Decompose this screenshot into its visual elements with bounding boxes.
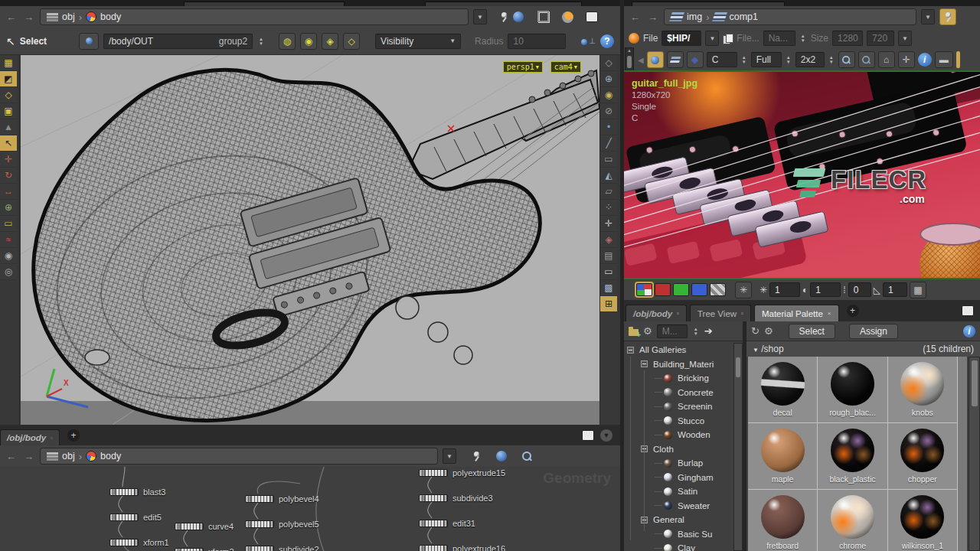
channel-blue-button[interactable] <box>691 283 707 296</box>
forward-icon[interactable]: → <box>22 11 35 23</box>
back-icon[interactable]: ← <box>5 451 18 462</box>
node-edit31[interactable]: edit31 <box>419 519 475 528</box>
scale-tool-icon[interactable]: ↔ <box>0 184 17 200</box>
pixel-grid-field[interactable]: 2x2 <box>795 52 825 67</box>
node-polybevel4[interactable]: polybevel4 <box>245 494 319 504</box>
grid-stepper-icon[interactable] <box>828 53 835 67</box>
close-icon[interactable]: × <box>828 310 831 317</box>
forward-icon[interactable]: → <box>646 11 659 23</box>
tab-obj-body[interactable]: /obj/body ▫ <box>626 305 687 321</box>
curve-tool-icon[interactable]: ≈ <box>0 232 17 248</box>
apply-arrow-icon[interactable]: ➔ <box>704 325 713 337</box>
new-gallery-icon[interactable] <box>629 329 639 336</box>
show-profiles-icon[interactable]: ▱ <box>600 184 617 200</box>
node-subdivide2[interactable]: subdivide2 <box>245 545 319 551</box>
resolution-stepper-icon[interactable] <box>785 53 792 67</box>
view-options-icon[interactable]: ◇ <box>600 55 617 71</box>
sculpt-tool-icon[interactable]: ◎ <box>0 264 17 280</box>
tree-item-concrete[interactable]: Concrete <box>624 386 733 400</box>
node-body[interactable] <box>419 494 448 502</box>
select-visible-button[interactable]: ◈ <box>322 33 338 50</box>
name-stepper-icon[interactable] <box>799 31 807 45</box>
hip-path-field[interactable]: $HIP/ <box>662 31 701 46</box>
material-cell-decal[interactable]: decal <box>748 357 818 423</box>
refresh-icon[interactable]: ↻ <box>751 325 760 337</box>
node-curve4[interactable]: curve4 <box>175 522 234 531</box>
resolution-field[interactable]: Full <box>751 52 782 67</box>
pin-icon[interactable] <box>472 451 481 461</box>
display-options-button[interactable]: ✳ <box>735 282 752 298</box>
brush-tool-icon[interactable]: ◉ <box>0 248 17 264</box>
shading-mode-icon[interactable] <box>562 11 573 23</box>
tree-item-screenin[interactable]: Screenin <box>624 399 733 414</box>
view-mask-button[interactable]: ◆ <box>687 51 704 68</box>
new-tab-button[interactable]: + <box>67 429 80 442</box>
tree-item-cloth[interactable]: Cloth <box>624 442 733 457</box>
visibility-dropdown[interactable]: Visibility ▼ <box>375 34 461 49</box>
node-body[interactable] <box>175 523 204 530</box>
collapse-icon[interactable] <box>641 360 648 367</box>
pin-icon[interactable] <box>499 11 508 22</box>
filter-stepper-icon[interactable] <box>692 324 700 338</box>
help-icon[interactable]: ? <box>600 34 614 48</box>
link-icon[interactable] <box>513 11 524 22</box>
gamma-field[interactable]: 1 <box>883 282 907 297</box>
select-button[interactable]: Select <box>789 324 835 339</box>
path-dropdown-icon[interactable]: ▼ <box>473 9 487 24</box>
pane-menu-icon[interactable]: ▼ <box>600 429 612 442</box>
rotate-tool-icon[interactable]: ↻ <box>0 168 17 184</box>
node-body[interactable] <box>245 520 274 528</box>
tree-item-building-materi[interactable]: Building_Materi <box>624 357 733 372</box>
show-selection-button[interactable]: ◉ <box>300 33 317 50</box>
scroll-left-icon[interactable]: ◀ <box>638 56 644 64</box>
path-dropdown-icon[interactable]: ▼ <box>921 9 935 24</box>
material-cell-knobs[interactable]: knobs <box>888 357 958 423</box>
copy-icon[interactable] <box>723 34 733 44</box>
node-body[interactable] <box>419 469 448 477</box>
tree-item-sweater[interactable]: Sweater <box>624 499 733 514</box>
contrast-field[interactable]: 1 <box>810 282 841 297</box>
scroll-thumb[interactable] <box>736 357 740 377</box>
channel-rgba-button[interactable] <box>636 283 652 296</box>
show-dimensions-icon[interactable]: ▭ <box>600 152 617 168</box>
gallery-filter-field[interactable]: M... <box>657 324 688 338</box>
back-icon[interactable]: ← <box>629 11 642 23</box>
select-contained-button[interactable]: ◇ <box>343 33 360 50</box>
persp-view-label[interactable]: persp1▼ <box>503 61 543 73</box>
pane-maximize-icon[interactable] <box>582 430 594 441</box>
select-mask-icon[interactable]: ⊘ <box>600 103 617 119</box>
collapse-icon[interactable] <box>627 347 634 354</box>
info-panel-icon[interactable]: ▤ <box>600 248 617 264</box>
viewport-3d[interactable]: X persp1▼ cam4▼ <box>21 55 599 425</box>
material-cell-black-plastic[interactable]: black_plastic <box>818 423 887 490</box>
scroll-up-icon[interactable]: ▲ <box>627 48 632 53</box>
breadcrumb-node[interactable]: body <box>100 451 121 461</box>
node-xform1[interactable]: xform1 <box>109 538 169 547</box>
offset-field[interactable]: 0 <box>848 282 871 297</box>
select-mode-button[interactable] <box>79 33 99 50</box>
material-cell-maple[interactable]: maple <box>748 423 818 490</box>
tree-item-satin[interactable]: Satin <box>624 484 733 499</box>
toggle-button[interactable]: ▬ <box>935 51 953 68</box>
select-tool-icon[interactable]: ↖ <box>0 135 17 152</box>
size-h-field[interactable]: 720 <box>867 31 894 46</box>
grid-toggle-icon[interactable]: ⊞ <box>600 296 617 312</box>
tools-expand-icon[interactable]: ▲ <box>0 119 17 135</box>
breadcrumb-node[interactable]: body <box>100 11 121 22</box>
handles-tool-icon[interactable]: ▭ <box>0 216 17 232</box>
link-icon[interactable] <box>496 451 507 461</box>
breadcrumb-context[interactable]: img <box>687 11 702 22</box>
show-axes-icon[interactable]: ✛ <box>600 216 617 232</box>
channel-green-button[interactable] <box>673 283 689 296</box>
breadcrumb[interactable]: obj › body <box>40 8 469 25</box>
material-cell-chopper[interactable]: chopper <box>888 423 958 490</box>
hip-dropdown-icon[interactable]: ▼ <box>705 31 719 46</box>
new-tab-button[interactable]: + <box>847 305 859 317</box>
comment-icon[interactable]: ▭ <box>600 264 617 280</box>
node-body[interactable] <box>109 539 139 546</box>
assign-button[interactable]: Assign <box>849 324 898 339</box>
close-icon[interactable]: ▫ <box>677 310 679 317</box>
size-w-field[interactable]: 1280 <box>832 31 863 46</box>
cam-view-label[interactable]: cam4▼ <box>550 61 581 73</box>
table-view-button[interactable]: ▦ <box>910 282 926 298</box>
